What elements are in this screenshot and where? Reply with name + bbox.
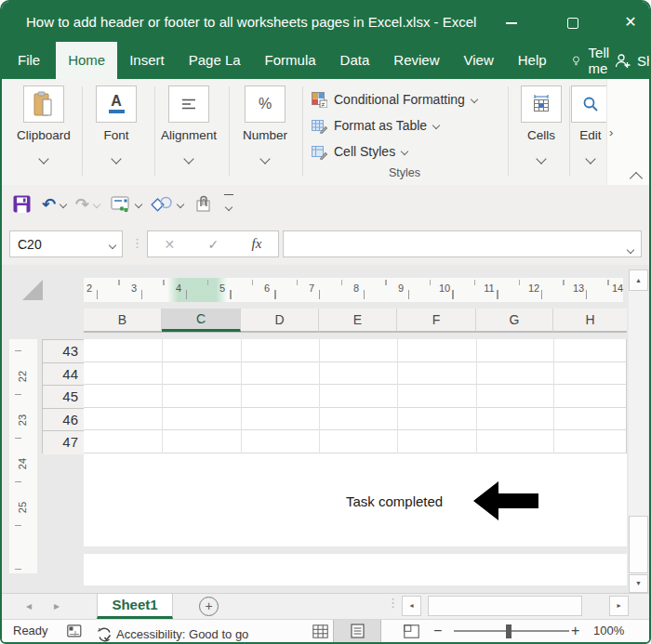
- row-header-44[interactable]: 44: [43, 363, 84, 387]
- row-header-46[interactable]: 46: [43, 409, 84, 432]
- clipboard-group-button[interactable]: Clipboard: [7, 79, 81, 166]
- hscroll-right-button[interactable]: ▸: [609, 596, 629, 616]
- maximize-button[interactable]: [556, 2, 590, 42]
- tab-view[interactable]: View: [451, 42, 505, 79]
- insert-function-button[interactable]: fx: [252, 236, 262, 252]
- zoom-in-button[interactable]: +: [571, 620, 579, 642]
- redo-dropdown[interactable]: [94, 202, 100, 207]
- ruler-tick: [15, 438, 21, 439]
- undo-dropdown[interactable]: [60, 202, 66, 207]
- save-button[interactable]: [13, 195, 31, 213]
- column-header-g[interactable]: G: [476, 309, 553, 332]
- cell-grid[interactable]: [84, 339, 627, 453]
- column-header-d[interactable]: D: [241, 309, 319, 332]
- column-header-h[interactable]: H: [553, 309, 627, 332]
- magnifier-icon: [571, 85, 610, 123]
- grid-row[interactable]: [84, 430, 626, 453]
- tab-review[interactable]: Review: [381, 42, 451, 79]
- tab-page-layout[interactable]: Page La: [177, 42, 253, 79]
- formula-input[interactable]: [283, 230, 642, 257]
- scroll-up-button[interactable]: ▲: [629, 269, 648, 291]
- row-header-43[interactable]: 43: [43, 340, 84, 363]
- redo-button[interactable]: ↷: [75, 195, 89, 214]
- form-dropdown[interactable]: [136, 202, 141, 207]
- tab-data[interactable]: Data: [328, 42, 382, 79]
- font-group-button[interactable]: A Font: [79, 79, 153, 166]
- row-header-47[interactable]: 47: [43, 431, 84, 454]
- tab-help[interactable]: Help: [506, 42, 559, 79]
- hscroll-left-button[interactable]: ◂: [402, 596, 421, 616]
- cell-styles-button[interactable]: Cell Styles: [312, 140, 407, 163]
- vertical-scroll-thumb[interactable]: [629, 516, 648, 573]
- tell-me-button[interactable]: Tell me: [559, 42, 616, 79]
- tab-bar-divider[interactable]: ⋮: [387, 596, 399, 610]
- alignment-group-button[interactable]: Alignment: [144, 79, 233, 166]
- chevron-down-icon: [93, 200, 100, 207]
- page-layout-view-icon: [351, 624, 365, 638]
- format-as-table-button[interactable]: Format as Table: [312, 114, 439, 137]
- cancel-button[interactable]: ✕: [165, 237, 176, 252]
- page-break-view-icon: [404, 624, 419, 638]
- sheet-nav-right-button[interactable]: ▸: [54, 594, 60, 619]
- grid-row[interactable]: [84, 362, 626, 386]
- chevron-down-icon: [259, 153, 270, 164]
- select-all-button[interactable]: [22, 280, 43, 300]
- enter-button[interactable]: ✓: [208, 237, 219, 252]
- shapes-button[interactable]: [151, 196, 173, 213]
- tab-home[interactable]: Home: [56, 42, 117, 79]
- name-box[interactable]: C20: [9, 230, 123, 257]
- column-header-e[interactable]: E: [319, 309, 397, 332]
- ruler-number: 7: [306, 283, 317, 294]
- grid-row[interactable]: [84, 408, 626, 431]
- arrow-up-icon: ▲: [635, 277, 642, 283]
- vertical-scrollbar[interactable]: ▲ ▼: [629, 269, 648, 593]
- share-button[interactable]: Share: [615, 42, 651, 79]
- customize-qat-icon: [224, 194, 233, 215]
- page-layout-view-button[interactable]: [333, 620, 381, 642]
- tab-file[interactable]: File: [2, 42, 56, 79]
- zoom-out-button[interactable]: −: [433, 620, 442, 642]
- black-arrow-left-icon: [473, 481, 538, 520]
- page-break-view-button[interactable]: [391, 620, 432, 642]
- chevron-down-icon: [183, 153, 193, 164]
- ruler-number: 10: [439, 283, 450, 294]
- new-sheet-button[interactable]: +: [199, 597, 219, 616]
- attachment-button[interactable]: [193, 195, 211, 214]
- conditional-formatting-button[interactable]: ≠ Conditional Formatting: [312, 88, 477, 111]
- undo-button[interactable]: ↶: [42, 195, 56, 214]
- sheet-tab-sheet1[interactable]: Sheet1: [97, 594, 173, 619]
- cell-styles-icon: [312, 144, 327, 160]
- minimize-button[interactable]: [495, 2, 528, 42]
- ruler-number: 25: [17, 498, 28, 517]
- ruler-number: 12: [528, 283, 539, 294]
- column-header-f[interactable]: F: [397, 309, 476, 332]
- horizontal-scroll-thumb[interactable]: [428, 596, 582, 616]
- page-footer-margin: Task completed: [84, 453, 627, 546]
- ruler-number: 2: [84, 283, 95, 294]
- zoom-level[interactable]: 100%: [593, 620, 624, 642]
- tab-insert[interactable]: Insert: [117, 42, 177, 79]
- collapse-ribbon-icon[interactable]: [630, 172, 643, 185]
- ribbon-right-strip: ›: [606, 79, 651, 185]
- shapes-dropdown[interactable]: [178, 202, 183, 207]
- tab-formulas[interactable]: Formula: [253, 42, 328, 79]
- column-header-b[interactable]: B: [84, 309, 162, 332]
- expand-group-icon[interactable]: ›: [609, 125, 613, 139]
- column-header-c[interactable]: C: [162, 309, 241, 332]
- close-button[interactable]: ✕: [614, 2, 647, 42]
- number-group-button[interactable]: % Number: [228, 79, 302, 166]
- formula-bar-divider[interactable]: ⋮: [131, 236, 143, 250]
- grid-row[interactable]: [84, 385, 626, 408]
- accessibility-status[interactable]: Accessibility: Good to go: [97, 624, 248, 644]
- scroll-down-button[interactable]: ▼: [629, 574, 648, 593]
- grid-row[interactable]: [84, 339, 626, 362]
- macro-record-button[interactable]: [67, 624, 82, 640]
- sheet-nav-left-button[interactable]: ◂: [26, 594, 32, 619]
- cell-styles-label: Cell Styles: [334, 144, 395, 159]
- customize-qat-button[interactable]: [224, 194, 233, 215]
- share-label: Share: [637, 53, 651, 69]
- zoom-slider-thumb[interactable]: [506, 624, 512, 638]
- form-button[interactable]: [111, 196, 131, 213]
- row-header-45[interactable]: 45: [43, 386, 84, 409]
- zoom-slider-track[interactable]: [454, 630, 569, 632]
